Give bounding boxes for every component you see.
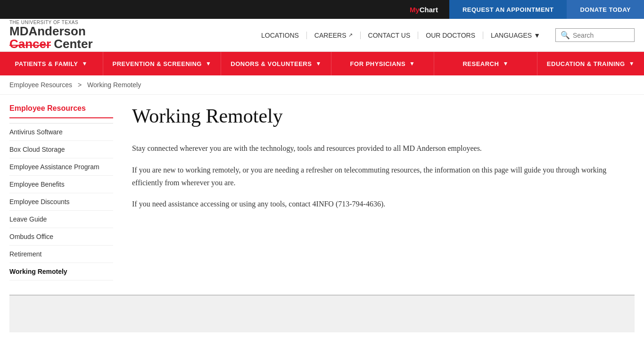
chevron-down-icon: ▼ (503, 60, 508, 67)
sidebar: Employee Resources Antivirus Software Bo… (9, 104, 113, 280)
nav-education-training[interactable]: EDUCATION & TRAINING ▼ (537, 52, 644, 75)
sidebar-link-antivirus[interactable]: Antivirus Software (9, 123, 113, 141)
main-layout: Employee Resources Antivirus Software Bo… (0, 95, 644, 280)
sidebar-link-ombuds[interactable]: Ombuds Office (9, 228, 113, 246)
header-nav: LOCATIONS CAREERS ↗ CONTACT US OUR DOCTO… (254, 28, 635, 42)
mychart-button[interactable]: MyChart (398, 0, 449, 19)
sidebar-link-working-remotely[interactable]: Working Remotely (9, 263, 113, 280)
request-appointment-button[interactable]: REQUEST AN APPOINTMENT (449, 0, 567, 19)
donate-button[interactable]: DONATE TODAY (567, 0, 644, 19)
logo[interactable]: THE UNIVERSITY OF TEXAS MDAnderson Cance… (9, 20, 93, 51)
breadcrumb-separator: > (78, 81, 82, 89)
sidebar-title[interactable]: Employee Resources (9, 104, 113, 118)
external-link-icon: ↗ (348, 32, 353, 38)
chevron-down-icon: ▼ (315, 60, 321, 67)
logo-center: Center (54, 38, 92, 50)
page-title: Working Remotely (132, 104, 625, 128)
nav-locations[interactable]: LOCATIONS (254, 32, 307, 39)
bottom-content-area (9, 295, 635, 332)
nav-for-physicians[interactable]: FOR PHYSICIANS ▼ (331, 52, 435, 75)
sidebar-link-leave-guide[interactable]: Leave Guide (9, 211, 113, 228)
logo-md-anderson: MDAnderson (9, 25, 93, 38)
search-icon: 🔍 (561, 31, 570, 40)
content-paragraph-2: If you are new to working remotely, or y… (132, 164, 625, 189)
nav-careers[interactable]: CAREERS ↗ (307, 32, 361, 39)
chevron-down-icon: ▼ (409, 60, 415, 67)
nav-prevention-screening[interactable]: PREVENTION & SCREENING ▼ (103, 52, 222, 75)
logo-cancer-center: Cancer Center (9, 38, 93, 50)
sidebar-link-retirement[interactable]: Retirement (9, 246, 113, 263)
breadcrumb-parent[interactable]: Employee Resources (9, 81, 72, 89)
content-paragraph-1: Stay connected wherever you are with the… (132, 142, 625, 155)
chevron-down-icon: ▼ (206, 60, 211, 67)
top-bar: MyChart REQUEST AN APPOINTMENT DONATE TO… (0, 0, 644, 19)
site-header: THE UNIVERSITY OF TEXAS MDAnderson Cance… (0, 19, 644, 52)
content-paragraph-3: If you need assistance accessing or usin… (132, 197, 625, 210)
logo-md: MD (9, 24, 28, 38)
nav-donors-volunteers[interactable]: DONORS & VOLUNTEERS ▼ (221, 52, 331, 75)
sidebar-link-eap[interactable]: Employee Assistance Program (9, 158, 113, 176)
chevron-down-icon: ▼ (82, 60, 88, 67)
nav-our-doctors[interactable]: OUR DOCTORS (418, 32, 483, 39)
search-box[interactable]: 🔍 (555, 28, 635, 42)
sidebar-link-discounts[interactable]: Employee Discounts (9, 193, 113, 211)
chevron-down-icon: ▼ (629, 60, 635, 67)
breadcrumb: Employee Resources > Working Remotely (0, 75, 644, 95)
nav-research[interactable]: RESEARCH ▼ (434, 52, 537, 75)
logo-cancer: Cancer (9, 38, 51, 50)
mychart-chart: Chart (420, 6, 438, 14)
sidebar-link-box-cloud[interactable]: Box Cloud Storage (9, 141, 113, 158)
sidebar-link-benefits[interactable]: Employee Benefits (9, 176, 113, 193)
page-content: Working Remotely Stay connected wherever… (132, 104, 635, 280)
search-input[interactable] (573, 32, 629, 39)
breadcrumb-current: Working Remotely (87, 81, 141, 89)
mychart-my: My (410, 6, 420, 14)
nav-contact-us[interactable]: CONTACT US (361, 32, 419, 39)
main-navigation: PATIENTS & FAMILY ▼ PREVENTION & SCREENI… (0, 52, 644, 75)
nav-patients-family[interactable]: PATIENTS & FAMILY ▼ (0, 52, 103, 75)
nav-languages[interactable]: LANGUAGES ▼ (483, 32, 548, 39)
chevron-down-icon: ▼ (534, 32, 540, 39)
